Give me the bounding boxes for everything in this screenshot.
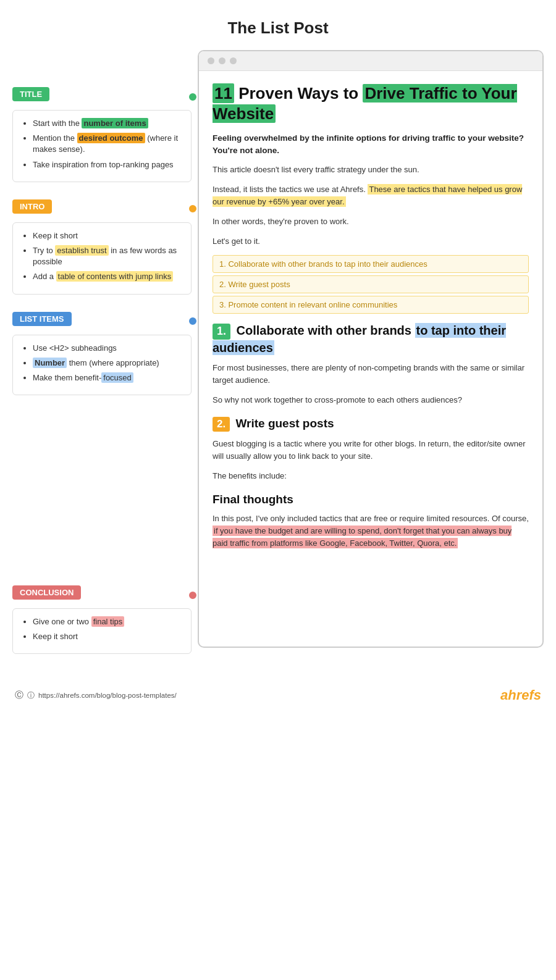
final-thoughts-para: In this post, I've only included tactics…: [213, 513, 529, 550]
toc-list: 1. Collaborate with other brands to tap …: [213, 255, 529, 314]
title-item-1: Start with the number of items: [33, 118, 182, 129]
conclusion-item-1: Give one or two final tips: [33, 616, 182, 627]
section-1-heading-text: Collaborate with other brands: [237, 324, 415, 337]
final-thoughts-heading: Final thoughts: [213, 493, 529, 506]
desired-outcome-highlight: desired outcome: [77, 133, 145, 143]
list-items-label: LIST ITEMS: [12, 312, 72, 326]
section-1-para-1: For most businesses, there are plenty of…: [213, 362, 529, 387]
intro-label: INTRO: [12, 199, 52, 214]
browser-window: 11 Proven Ways to Drive Traffic to Your …: [198, 50, 544, 648]
info-icon: ⓘ: [27, 691, 35, 700]
footer: Ⓒ ⓘ https://ahrefs.com/blog/blog-post-te…: [0, 679, 556, 712]
para-3: In other words, they're proven to work.: [213, 216, 529, 228]
title-item-3: Take inspiration from top-ranking pages: [33, 159, 182, 170]
page-title: The List Post: [0, 0, 556, 50]
title-item-2: Mention the desired outcome (where it ma…: [33, 133, 182, 155]
establish-trust-highlight: establish trust: [55, 245, 108, 256]
ahrefs-logo: ahrefs: [500, 687, 541, 703]
section-2-para-1: Guest blogging is a tactic where you wri…: [213, 438, 529, 463]
intro-box: Keep it short Try to establish trust in …: [12, 222, 192, 295]
conclusion-box: Give one or two final tips Keep it short: [12, 608, 192, 654]
conclusion-annotation: CONCLUSION Give one or two final tips Ke…: [12, 585, 192, 654]
para-4: Let's get to it.: [213, 235, 529, 248]
browser-dot-1: [208, 57, 214, 64]
cc-icon: Ⓒ: [15, 690, 23, 701]
section-2-number: 2.: [213, 417, 230, 432]
list-items-annotation: LIST ITEMS Use <H2> subheadings Number t…: [12, 312, 192, 396]
intro-item-1: Keep it short: [33, 230, 182, 241]
number-of-items-highlight: number of items: [82, 118, 148, 128]
section-1-heading: 1. Collaborate with other brands to tap …: [213, 322, 529, 355]
list-items-box: Use <H2> subheadings Number them (where …: [12, 335, 192, 396]
toc-item-1[interactable]: 1. Collaborate with other brands to tap …: [213, 255, 529, 273]
section-1-number: 1.: [213, 324, 230, 339]
para-2-start: Instead, it lists the tactics we use at …: [213, 185, 368, 194]
toc-item-3[interactable]: 3. Promote content in relevant online co…: [213, 296, 529, 314]
section-2-heading: 2. Write guest posts: [213, 416, 529, 432]
browser-content: 11 Proven Ways to Drive Traffic to Your …: [199, 71, 542, 569]
list-item-1: Use <H2> subheadings: [33, 343, 182, 354]
footer-left: Ⓒ ⓘ https://ahrefs.com/blog/blog-post-te…: [15, 690, 177, 701]
list-item-2: Number them (where appropriate): [33, 358, 182, 369]
para-1: This article doesn't list every traffic …: [213, 164, 529, 176]
browser-dot-2: [219, 57, 225, 64]
article-title: 11 Proven Ways to Drive Traffic to Your …: [213, 83, 529, 124]
title-number: 11: [213, 83, 234, 103]
title-label: TITLE: [12, 87, 49, 101]
toc-highlight: table of contents with jump links: [56, 271, 174, 282]
intro-item-2: Try to establish trust in as few words a…: [33, 245, 182, 267]
section-2-para-2: The benefits include:: [213, 470, 529, 482]
intro-item-3: Add a table of contents with jump links: [33, 271, 182, 282]
section-2-heading-text: Write guest posts: [235, 417, 334, 430]
number-highlight: Number: [33, 358, 67, 368]
toc-item-2[interactable]: 2. Write guest posts: [213, 275, 529, 293]
final-thoughts-highlight: if you have the budget and are willing t…: [213, 526, 512, 548]
title-box: Start with the number of items Mention t…: [12, 110, 192, 182]
browser-dot-3: [230, 57, 237, 64]
final-tips-highlight: final tips: [91, 616, 125, 627]
intro-bold: Feeling overwhelmed by the infinite opti…: [213, 132, 529, 157]
title-annotation: TITLE Start with the number of items Men…: [12, 87, 192, 182]
list-item-3: Make them benefit-focused: [33, 372, 182, 383]
browser-bar: [199, 51, 542, 71]
conclusion-label: CONCLUSION: [12, 585, 81, 600]
conclusion-item-2: Keep it short: [33, 631, 182, 642]
intro-annotation: INTRO Keep it short Try to establish tru…: [12, 199, 192, 295]
benefit-focused-highlight: focused: [101, 372, 133, 383]
para-2: Instead, it lists the tactics we use at …: [213, 183, 529, 208]
footer-url: https://ahrefs.com/blog/blog-post-templa…: [38, 692, 177, 699]
title-rest: Proven Ways to: [238, 84, 363, 103]
final-thoughts-start: In this post, I've only included tactics…: [213, 514, 529, 523]
section-1-para-2: So why not work together to cross-promot…: [213, 394, 529, 406]
